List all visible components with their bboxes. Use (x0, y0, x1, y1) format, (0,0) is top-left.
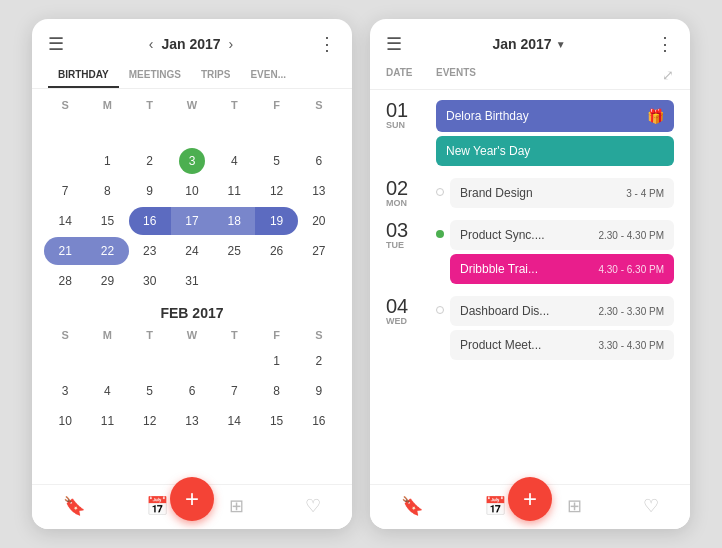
tab-events[interactable]: EVEN... (240, 63, 296, 88)
feb-cell-2[interactable]: 2 (298, 347, 340, 375)
feb-cell-15[interactable]: 15 (255, 407, 297, 435)
feb-day-m: M (86, 327, 128, 343)
feb-cell-13[interactable]: 13 (171, 407, 213, 435)
event-time: 3 - 4 PM (626, 188, 664, 199)
calendar-icon[interactable]: 📅 (146, 495, 168, 517)
feb-cell-1[interactable]: 1 (255, 347, 297, 375)
cal-cell-4[interactable]: 4 (213, 147, 255, 175)
cal-cell-18[interactable]: 18 (213, 207, 255, 235)
event-new-years[interactable]: New Year's Day (436, 136, 674, 166)
right-heart-icon[interactable]: ♡ (643, 495, 659, 517)
day-name-04: WED (386, 316, 428, 326)
feb-day-f: F (255, 327, 297, 343)
cal-cell-26[interactable]: 26 (255, 237, 297, 265)
event-delora-birthday[interactable]: Delora Birthday 🎁 (436, 100, 674, 132)
hamburger-icon[interactable]: ☰ (48, 33, 64, 55)
cal-cell-9[interactable]: 9 (129, 177, 171, 205)
tab-birthday[interactable]: BIRTHDAY (48, 63, 119, 88)
cal-cell-15[interactable]: 15 (86, 207, 128, 235)
cal-cell-14[interactable]: 14 (44, 207, 86, 235)
day-headers: S M T W T F S (44, 97, 340, 113)
cal-cell-6[interactable]: 6 (298, 147, 340, 175)
cal-cell-12[interactable]: 12 (255, 177, 297, 205)
feb-cell-12[interactable]: 12 (129, 407, 171, 435)
feb-cell-8[interactable]: 8 (255, 377, 297, 405)
tab-trips[interactable]: TRIPS (191, 63, 240, 88)
day-events-wrapper-02: Brand Design 3 - 4 PM (436, 178, 674, 208)
dropdown-arrow-icon[interactable]: ▼ (556, 39, 566, 50)
prev-month-arrow[interactable]: ‹ (149, 36, 154, 52)
day-name-01: SUN (386, 120, 428, 130)
cal-cell-25[interactable]: 25 (213, 237, 255, 265)
cal-cell-1[interactable]: 1 (86, 147, 128, 175)
cal-cell-3[interactable]: 3 (171, 147, 213, 175)
cal-cell-22[interactable]: 22 (86, 237, 128, 265)
next-month-arrow[interactable]: › (229, 36, 234, 52)
heart-icon[interactable]: ♡ (305, 495, 321, 517)
week-5: 21 22 23 24 25 26 27 (44, 237, 340, 265)
event-dribbble-train[interactable]: Dribbble Trai... 4.30 - 6.30 PM (450, 254, 674, 284)
cal-cell-27[interactable]: 27 (298, 237, 340, 265)
event-time: 3.30 - 4.30 PM (598, 340, 664, 351)
event-product-sync[interactable]: Product Sync.... 2.30 - 4.30 PM (450, 220, 674, 250)
event-product-meet[interactable]: Product Meet... 3.30 - 4.30 PM (450, 330, 674, 360)
feb-cell-5[interactable]: 5 (129, 377, 171, 405)
cal-cell-7[interactable]: 7 (44, 177, 86, 205)
feb-cell-7[interactable]: 7 (213, 377, 255, 405)
cal-cell-19[interactable]: 19 (255, 207, 297, 235)
cal-cell-8[interactable]: 8 (86, 177, 128, 205)
feb-cell-10[interactable]: 10 (44, 407, 86, 435)
cal-cell-23[interactable]: 23 (129, 237, 171, 265)
expand-icon[interactable]: ⤢ (662, 67, 674, 83)
cal-cell-29[interactable]: 29 (86, 267, 128, 295)
feb-cell-16[interactable]: 16 (298, 407, 340, 435)
cal-cell-16[interactable]: 16 (129, 207, 171, 235)
cal-cell-21[interactable]: 21 (44, 237, 86, 265)
feb-cell-9[interactable]: 9 (298, 377, 340, 405)
right-bookmark-icon[interactable]: 🔖 (401, 495, 423, 517)
cal-cell (129, 117, 171, 145)
cal-cell-20[interactable]: 20 (298, 207, 340, 235)
feb-day-w: W (171, 327, 213, 343)
event-brand-design[interactable]: Brand Design 3 - 4 PM (450, 178, 674, 208)
cal-cell-24[interactable]: 24 (171, 237, 213, 265)
cal-cell-2[interactable]: 2 (129, 147, 171, 175)
left-header: ☰ ‹ Jan 2017 › ⋮ (32, 19, 352, 63)
more-options-icon[interactable]: ⋮ (318, 33, 336, 55)
right-calendar-icon[interactable]: 📅 (484, 495, 506, 517)
cal-cell-28[interactable]: 28 (44, 267, 86, 295)
cal-cell-17[interactable]: 17 (171, 207, 213, 235)
feb-cell-14[interactable]: 14 (213, 407, 255, 435)
cal-cell-31[interactable]: 31 (171, 267, 213, 295)
day-num-03: 03 (386, 220, 428, 240)
tab-meetings[interactable]: MEETINGS (119, 63, 191, 88)
cal-cell (298, 267, 340, 295)
day-header-s2: S (298, 97, 340, 113)
feb-cell-6[interactable]: 6 (171, 377, 213, 405)
right-grid-icon[interactable]: ⊞ (567, 495, 582, 517)
feb-calendar: S M T W T F S 1 2 3 (44, 327, 340, 435)
right-hamburger-icon[interactable]: ☰ (386, 33, 402, 55)
feb-cell-4[interactable]: 4 (86, 377, 128, 405)
day-name-03: TUE (386, 240, 428, 250)
events-list: 01 SUN Delora Birthday 🎁 New Year's Day … (370, 90, 690, 484)
cal-cell (255, 267, 297, 295)
feb-day-t2: T (213, 327, 255, 343)
fab-button[interactable]: + (170, 477, 214, 521)
feb-cell-11[interactable]: 11 (86, 407, 128, 435)
cal-cell-11[interactable]: 11 (213, 177, 255, 205)
cal-cell-5[interactable]: 5 (255, 147, 297, 175)
cal-cell (171, 117, 213, 145)
cal-cell-30[interactable]: 30 (129, 267, 171, 295)
right-more-icon[interactable]: ⋮ (656, 33, 674, 55)
bookmark-icon[interactable]: 🔖 (63, 495, 85, 517)
grid-icon[interactable]: ⊞ (229, 495, 244, 517)
right-fab-button[interactable]: + (508, 477, 552, 521)
cal-cell[interactable] (44, 147, 86, 175)
event-dashboard-dis[interactable]: Dashboard Dis... 2.30 - 3.30 PM (450, 296, 674, 326)
cal-cell-13[interactable]: 13 (298, 177, 340, 205)
event-name: Brand Design (460, 186, 533, 200)
day-num-02: 02 (386, 178, 428, 198)
feb-cell-3[interactable]: 3 (44, 377, 86, 405)
cal-cell-10[interactable]: 10 (171, 177, 213, 205)
